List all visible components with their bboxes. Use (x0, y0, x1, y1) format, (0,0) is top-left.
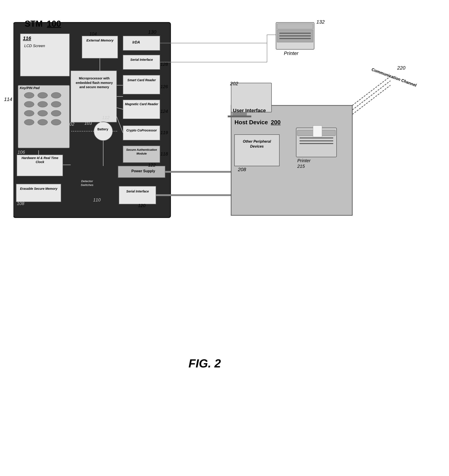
svg-point-5 (51, 92, 61, 98)
host-device-text: Host Device (234, 119, 268, 126)
ref-120: 120 (138, 203, 145, 208)
svg-line-66 (352, 85, 390, 114)
svg-point-14 (51, 119, 61, 125)
stm-number: 100 (47, 19, 61, 28)
svg-rect-24 (123, 126, 160, 140)
smart-card-label: Smart Card Reader (124, 78, 159, 82)
svg-rect-21 (123, 55, 160, 69)
ref-208: 208 (238, 167, 246, 172)
svg-rect-58 (296, 128, 337, 157)
crypto-label: Crypto CoProcessor (124, 128, 159, 132)
ref-102: 102 (67, 122, 74, 127)
svg-point-7 (38, 101, 48, 107)
ext-memory-label: External Memory (83, 38, 117, 43)
svg-rect-49 (277, 30, 313, 42)
ref-103: 103 (84, 121, 92, 126)
svg-point-10 (38, 110, 48, 116)
irda-label: IrDA (132, 40, 140, 44)
svg-line-65 (352, 81, 390, 110)
svg-point-12 (24, 119, 34, 125)
svg-line-33 (117, 117, 123, 133)
svg-line-64 (352, 76, 390, 105)
ref-124: 124 (160, 109, 168, 114)
ref-220: 220 (397, 65, 405, 71)
battery-label: Battery (97, 127, 108, 131)
erasable-label: Erasable Secure Memory (17, 187, 61, 191)
host-device-number: 200 (271, 119, 280, 126)
ref-202: 202 (230, 81, 238, 87)
other-periph-label: Other Peripheral Devices (236, 139, 278, 149)
stm-text: STM (25, 19, 43, 28)
ref-118: 118 (160, 151, 168, 157)
ref-106: 106 (17, 150, 25, 155)
microprocessor-label: Microprocessor with embedded flash memor… (72, 73, 117, 93)
lcd-label: LCD Screen (24, 44, 45, 48)
svg-point-13 (38, 119, 48, 125)
svg-rect-56 (228, 115, 251, 117)
serial-iface-top-label: Serial Interface (124, 58, 159, 62)
svg-rect-20 (123, 36, 160, 51)
ref-128: 128 (160, 62, 168, 67)
svg-point-9 (24, 110, 34, 116)
svg-rect-63 (313, 126, 322, 137)
svg-rect-2 (18, 85, 69, 148)
comm-channel-label: Communication Channel (371, 67, 417, 88)
printer-ext-number: 132 (316, 19, 325, 25)
secure-auth-label: Secure Authentication Module (124, 148, 159, 156)
ref-122: 122 (148, 163, 155, 168)
ref-130: 130 (148, 29, 156, 35)
printer-ext-label: Printer (284, 51, 298, 56)
host-device-label: Host Device 200 (234, 119, 280, 126)
svg-point-3 (24, 92, 34, 98)
ref-104: 104 (89, 31, 97, 37)
hardware-id-label: Hardware Id & Real Time Clock (17, 156, 62, 164)
svg-line-32 (117, 108, 123, 109)
stm-label: STM 100 (25, 19, 61, 29)
svg-rect-48 (277, 23, 313, 29)
ref-110: 110 (93, 197, 101, 203)
ref-119: 119 (160, 130, 168, 135)
svg-rect-27 (119, 186, 156, 204)
lcd-number: 116 (23, 35, 31, 41)
detector-label: Detector Switches (76, 179, 98, 187)
ref-215: 215 (297, 164, 305, 169)
svg-point-4 (38, 92, 48, 98)
fig-label: FIG. 2 (188, 357, 221, 370)
mag-card-label: Magnetic Card Reader (124, 102, 159, 106)
svg-rect-47 (276, 23, 314, 49)
svg-point-8 (51, 101, 61, 107)
ref-215-label: Printer (297, 158, 311, 163)
user-interface-label: User Interface (233, 108, 266, 113)
ref-114: 114 (4, 96, 12, 102)
svg-point-17 (94, 122, 113, 141)
svg-point-6 (24, 101, 34, 107)
keypad-label: Key/PIN Pad (20, 86, 40, 90)
power-supply-label: Power Supply (120, 169, 166, 173)
ref-108: 108 (17, 201, 24, 206)
svg-point-11 (51, 110, 61, 116)
serial-bottom-label: Serial Interface (120, 190, 155, 193)
svg-rect-59 (297, 130, 335, 136)
ref-112: 112 (102, 115, 109, 120)
ref-126: 126 (160, 84, 168, 89)
